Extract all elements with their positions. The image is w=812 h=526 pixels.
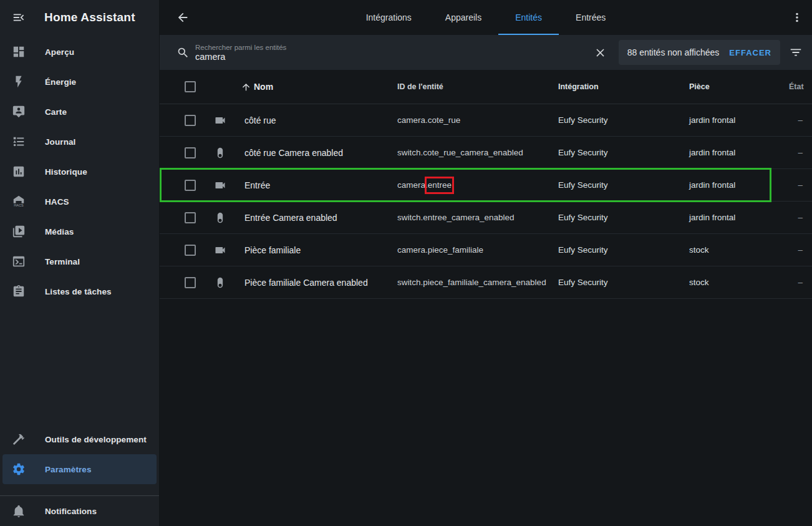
row-checkbox[interactable] — [185, 147, 196, 158]
tab-integrations[interactable]: Intégrations — [349, 0, 428, 35]
sidebar-header: Home Assistant — [0, 0, 159, 35]
entity-integration: Eufy Security — [558, 278, 689, 287]
entity-state: – — [789, 245, 812, 255]
table-row-highlighted[interactable]: Entrée camera.entree Eufy Security jardi… — [160, 169, 812, 202]
entity-id-prefix: camera. — [397, 180, 428, 190]
entity-area: jardin frontal — [689, 213, 789, 222]
column-header-entity-id[interactable]: ID de l'entité — [397, 82, 558, 91]
map-person-icon — [12, 105, 26, 119]
table-row[interactable]: Pièce familiale camera.piece_familiale E… — [160, 234, 812, 266]
column-header-etat[interactable]: État — [789, 82, 812, 91]
tab-entrees[interactable]: Entrées — [559, 0, 622, 35]
video-camera-icon — [214, 114, 226, 127]
entity-name: côté rue Camera enabled — [244, 148, 397, 158]
kebab-menu-icon[interactable] — [790, 11, 804, 24]
sidebar-item-terminal[interactable]: Terminal — [2, 246, 157, 276]
hammer-icon — [12, 432, 26, 446]
entity-id: switch.cote_rue_camera_enabled — [397, 148, 558, 157]
sidebar-item-apercu[interactable]: Aperçu — [2, 37, 157, 67]
entity-area: jardin frontal — [689, 180, 789, 190]
tab-appareils[interactable]: Appareils — [428, 0, 498, 35]
search-input[interactable] — [195, 52, 463, 62]
entity-area: jardin frontal — [689, 148, 789, 157]
toggle-switch-icon — [214, 147, 226, 159]
sidebar-item-label: Paramètres — [45, 465, 92, 474]
sidebar-item-historique[interactable]: Historique — [2, 157, 157, 187]
entity-id-match: entree — [428, 180, 452, 190]
main-content: Intégrations Appareils Entités Entrées R… — [160, 0, 812, 526]
sidebar-item-medias[interactable]: Médias — [2, 217, 157, 246]
entity-integration: Eufy Security — [558, 115, 689, 125]
tab-entites[interactable]: Entités — [498, 0, 559, 35]
media-play-icon — [12, 225, 26, 238]
select-all-checkbox[interactable] — [185, 81, 196, 92]
sidebar-item-label: Énergie — [45, 77, 76, 87]
sidebar-item-parametres[interactable]: Paramètres — [2, 454, 157, 484]
entity-integration: Eufy Security — [558, 148, 689, 157]
table-row[interactable]: côté rue camera.cote_rue Eufy Security j… — [160, 104, 812, 137]
clear-filter-button[interactable]: EFFACER — [724, 43, 776, 62]
entities-table: Nom ID de l'entité Intégration Pièce Éta… — [160, 70, 812, 299]
entity-name: côté rue — [244, 115, 397, 125]
search-field-label: Rechercher parmi les entités — [195, 44, 463, 51]
lightning-bolt-icon — [12, 75, 26, 89]
entity-state: – — [789, 213, 812, 222]
sidebar-item-label: Carte — [45, 107, 67, 117]
search-field: Rechercher parmi les entités — [195, 44, 463, 62]
tab-bar: Intégrations Appareils Entités Entrées — [349, 0, 623, 35]
table-row[interactable]: Entrée Camera enabled switch.entree_came… — [160, 202, 812, 234]
video-camera-icon — [214, 244, 226, 256]
entity-name: Pièce familiale — [244, 245, 397, 255]
sidebar-item-label: HACS — [45, 197, 69, 207]
filter-icon[interactable] — [789, 46, 803, 59]
entity-name: Entrée Camera enabled — [244, 213, 397, 223]
home-assistant-app: Home Assistant Aperçu Énergie Carte Jour… — [0, 0, 812, 526]
dashboard-icon — [12, 45, 26, 59]
entity-state: – — [789, 148, 812, 157]
entity-name: Entrée — [244, 180, 397, 190]
sort-ascending-icon[interactable] — [241, 82, 251, 92]
entity-state: – — [789, 278, 812, 287]
sidebar-item-label: Journal — [45, 137, 75, 147]
back-arrow-icon[interactable] — [176, 11, 190, 24]
table-row[interactable]: côté rue Camera enabled switch.cote_rue_… — [160, 137, 812, 169]
sidebar-item-listes-de-taches[interactable]: Listes de tâches — [2, 276, 157, 306]
row-checkbox[interactable] — [185, 115, 196, 126]
sidebar-item-label: Notifications — [45, 507, 97, 516]
sidebar-item-hacs[interactable]: HACS HACS — [2, 187, 157, 217]
table-row[interactable]: Pièce familiale Camera enabled switch.pi… — [160, 266, 812, 299]
row-checkbox[interactable] — [185, 277, 196, 288]
entity-name: Pièce familiale Camera enabled — [244, 278, 397, 288]
sidebar-item-label: Médias — [45, 227, 74, 236]
clear-search-icon[interactable] — [594, 46, 607, 59]
topbar: Intégrations Appareils Entités Entrées — [160, 0, 812, 35]
entity-integration: Eufy Security — [558, 180, 689, 190]
sidebar-item-notifications[interactable]: Notifications — [2, 496, 157, 526]
entity-id: switch.piece_familiale_camera_enabled — [397, 278, 558, 287]
row-checkbox[interactable] — [185, 212, 196, 223]
sidebar-item-energie[interactable]: Énergie — [2, 67, 157, 97]
hidden-entities-count: 88 entités non affichées — [627, 47, 720, 57]
row-checkbox[interactable] — [185, 245, 196, 256]
annotation-red-box: entree — [428, 180, 452, 190]
entity-integration: Eufy Security — [558, 245, 689, 255]
svg-text:HACS: HACS — [14, 203, 24, 207]
column-header-nom[interactable]: Nom — [254, 82, 273, 92]
sidebar-toggle-icon[interactable] — [12, 11, 26, 24]
entity-integration: Eufy Security — [558, 213, 689, 222]
sidebar-item-label: Aperçu — [45, 47, 74, 57]
row-checkbox[interactable] — [185, 180, 196, 191]
sidebar-item-label: Terminal — [45, 257, 80, 266]
column-header-piece[interactable]: Pièce — [689, 82, 789, 91]
terminal-icon — [12, 255, 26, 268]
entity-id: camera.entree — [397, 180, 558, 190]
sidebar-item-journal[interactable]: Journal — [2, 127, 157, 157]
sidebar-item-carte[interactable]: Carte — [2, 97, 157, 127]
entity-id: camera.piece_familiale — [397, 245, 558, 255]
table-header-row: Nom ID de l'entité Intégration Pièce Éta… — [160, 70, 812, 104]
column-header-integration[interactable]: Intégration — [558, 82, 689, 91]
video-camera-icon — [214, 179, 226, 192]
sidebar-item-outils-de-developpement[interactable]: Outils de développement — [2, 424, 157, 454]
bell-icon — [12, 504, 26, 518]
hidden-entities-chip: 88 entités non affichées EFFACER — [619, 40, 780, 65]
